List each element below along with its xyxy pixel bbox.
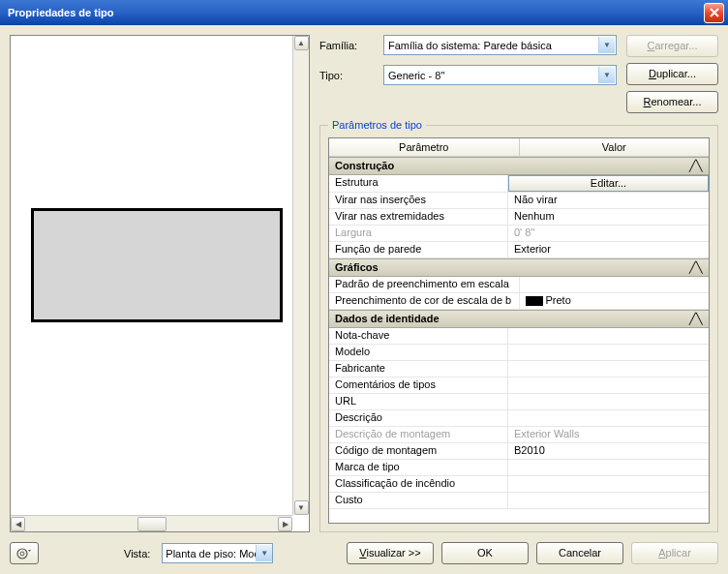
table-row[interactable]: Função de paredeExterior [329,242,709,258]
vista-value: Planta de piso: Modifi [166,548,267,559]
scroll-thumb[interactable] [137,517,167,531]
close-icon [710,8,719,17]
view-options-button[interactable] [10,542,39,564]
parametros-group: Parâmetros de tipo Parâmetro Valor Const… [319,125,718,532]
col-valor[interactable]: Valor [520,138,710,156]
horizontal-scrollbar[interactable]: ◀ ▶ [11,515,292,531]
close-button[interactable] [704,3,724,23]
window-title: Propriedades de tipo [4,7,704,18]
table-row[interactable]: Comentários de tipos [329,378,709,394]
tipo-value: Generic - 8" [388,70,444,81]
table-row[interactable]: Virar nas extremidadesNenhum [329,209,709,226]
familia-label: Família: [319,40,378,51]
scroll-down-icon[interactable]: ▼ [294,500,309,515]
wall-preview-shape [31,208,283,322]
table-row: Descrição de montagemExterior Walls [329,427,709,443]
duplicar-button[interactable]: Duplicar... [626,63,718,85]
section-graficos[interactable]: Gráficos╱╲ [329,258,709,277]
scroll-right-icon[interactable]: ▶ [278,517,292,531]
col-parametro[interactable]: Parâmetro [329,138,520,156]
gear-icon [15,546,33,561]
table-row[interactable]: Classificação de incêndio [329,476,709,493]
familia-value: Família do sistema: Parede básica [388,40,552,51]
editar-button[interactable]: Editar... [508,175,709,192]
table-row: Largura0' 8" [329,226,709,242]
carregar-button: Carregar... [626,35,718,57]
cancelar-button[interactable]: Cancelar [536,542,623,564]
vista-dropdown[interactable]: Planta de piso: Modifi ▼ [162,543,273,563]
svg-point-1 [20,552,24,556]
table-row[interactable]: Custo [329,493,709,509]
chevron-down-icon: ▼ [256,545,272,561]
table-row[interactable]: Padrão de preenchimento em escala [329,277,709,293]
table-row[interactable]: Código de montagemB2010 [329,443,709,460]
section-construcao[interactable]: Construção╱╲ [329,157,709,175]
aplicar-button: Aplicar [631,542,718,564]
tipo-label: Tipo: [319,70,378,81]
scroll-left-icon[interactable]: ◀ [11,517,25,531]
chevron-down-icon: ▼ [598,37,615,53]
scroll-up-icon[interactable]: ▲ [294,36,309,50]
ok-button[interactable]: OK [441,542,529,564]
collapse-icon: ╱╲ [689,160,703,172]
table-row[interactable]: Fabricante [329,361,709,378]
title-bar: Propriedades de tipo [0,0,728,25]
preview-panel: ▲ ▼ ◀ ▶ [10,35,310,532]
table-row[interactable]: Nota-chave [329,328,709,345]
table-row[interactable]: URL [329,394,709,410]
color-swatch [526,296,543,306]
renomear-button[interactable]: Renomear... [626,91,718,113]
preview-viewport: ▲ ▼ ◀ ▶ [10,35,310,532]
vista-label: Vista: [124,548,150,559]
parameters-table: Parâmetro Valor Construção╱╲ EstruturaEd… [328,137,710,524]
section-dados[interactable]: Dados de identidade╱╲ [329,310,709,328]
table-row[interactable]: Preenchimento de cor de escala de bPreto [329,293,709,310]
chevron-down-icon: ▼ [598,67,615,83]
table-row[interactable]: Descrição [329,410,709,427]
familia-dropdown[interactable]: Família do sistema: Parede básica ▼ [383,35,617,55]
table-row[interactable]: Modelo [329,345,709,361]
table-row[interactable]: Marca de tipo [329,460,709,476]
parametros-title: Parâmetros de tipo [328,119,426,131]
vertical-scrollbar[interactable]: ▲ ▼ [292,36,309,515]
collapse-icon: ╱╲ [689,261,703,274]
table-row[interactable]: Virar nas inserçõesNão virar [329,193,709,209]
table-row[interactable]: EstruturaEditar... [329,175,709,193]
visualizar-button[interactable]: Visualizar >> [347,542,434,564]
collapse-icon: ╱╲ [689,313,703,325]
tipo-dropdown[interactable]: Generic - 8" ▼ [383,65,617,85]
svg-point-0 [17,549,27,559]
